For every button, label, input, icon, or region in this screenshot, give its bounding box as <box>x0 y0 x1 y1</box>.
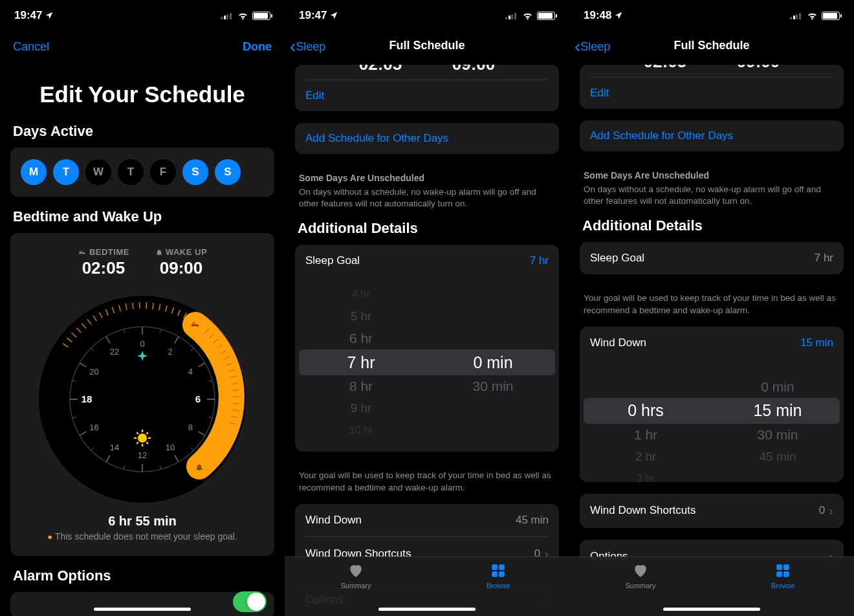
bedtime-card: BEDTIME 02:05 WAKE UP 09:00 024681012141… <box>10 233 274 556</box>
svg-rect-82 <box>492 571 498 577</box>
status-time: 19:48 <box>584 9 611 22</box>
svg-line-13 <box>133 303 133 309</box>
add-schedule-card: Add Schedule for Other Days <box>580 120 844 151</box>
bedtime-peek: 02:05 <box>359 65 402 74</box>
days-active-header: Days Active <box>0 123 285 140</box>
wind-down-card: Wind Down 15 min 0 min0 hrs15 min1 hr30 … <box>580 327 844 482</box>
additional-details-header: Additional Details <box>285 220 569 237</box>
sleep-goal-card: Sleep Goal 7 hr <box>580 242 844 274</box>
svg-text:2: 2 <box>168 347 172 357</box>
add-schedule-card: Add Schedule for Other Days <box>295 123 559 154</box>
svg-text:6: 6 <box>195 393 201 404</box>
sleep-goal-picker[interactable]: 4 hr5 hr6 hr7 hr0 min8 hr30 min9 hr10 hr <box>295 277 559 452</box>
wind-down-label: Wind Down <box>305 514 362 527</box>
day-4[interactable]: F <box>150 159 176 185</box>
add-schedule-button[interactable]: Add Schedule for Other Days <box>295 123 559 154</box>
add-schedule-button[interactable]: Add Schedule for Other Days <box>580 120 844 151</box>
svg-line-35 <box>232 390 239 391</box>
svg-text:8: 8 <box>188 423 193 432</box>
wifi-icon <box>237 10 248 21</box>
signal-icon <box>505 12 518 19</box>
alarm-options-card[interactable] <box>10 592 274 616</box>
signal-icon <box>790 12 803 19</box>
home-indicator[interactable] <box>378 608 476 611</box>
wind-down-row[interactable]: Wind Down 45 min <box>295 504 559 536</box>
grid-icon <box>774 562 792 579</box>
bedtime-peek: 02:05 <box>644 65 687 72</box>
back-button[interactable]: ‹Sleep <box>290 38 325 56</box>
cancel-button[interactable]: Cancel <box>13 40 49 54</box>
status-bar: 19:47 <box>285 0 569 31</box>
wifi-icon <box>807 10 818 21</box>
sleep-goal-value: 7 hr <box>815 252 833 265</box>
alarm-toggle[interactable] <box>233 591 267 612</box>
warning-icon: ● <box>47 532 52 542</box>
status-bar: 19:47 <box>0 0 285 31</box>
heart-icon <box>347 562 365 579</box>
schedule-card: 02:0509:00 Edit <box>580 65 844 109</box>
wifi-icon <box>522 10 533 21</box>
day-2[interactable]: W <box>85 159 111 185</box>
home-indicator[interactable] <box>94 608 191 611</box>
days-card: MTWTFSS <box>10 148 274 197</box>
wakeup-peek: 09:00 <box>737 65 780 72</box>
location-icon <box>329 11 338 20</box>
svg-rect-81 <box>499 564 505 570</box>
nav-title: Full Schedule <box>673 39 749 52</box>
svg-text:20: 20 <box>89 367 98 377</box>
status-bar: 19:48 <box>569 0 854 31</box>
shortcuts-value: 0 <box>819 504 825 517</box>
wakeup-peek: 09:00 <box>452 65 496 74</box>
sleep-goal-label: Sleep Goal <box>590 252 644 265</box>
tab-summary-label: Summary <box>340 582 371 589</box>
shortcuts-label: Wind Down Shortcuts <box>590 504 695 517</box>
additional-details-header: Additional Details <box>569 217 854 234</box>
wind-down-label: Wind Down <box>590 336 646 349</box>
bed-icon <box>78 248 87 256</box>
back-button[interactable]: ‹Sleep <box>575 38 610 56</box>
day-5[interactable]: S <box>182 159 208 185</box>
wind-down-shortcuts-row[interactable]: Wind Down Shortcuts 0› <box>580 494 844 528</box>
battery-icon <box>822 12 840 20</box>
chevron-left-icon: ‹ <box>290 38 296 56</box>
day-3[interactable]: T <box>118 159 144 185</box>
edit-button[interactable]: Edit <box>295 80 559 111</box>
svg-text:12: 12 <box>138 450 147 460</box>
duration-text: 6 hr 55 min <box>10 514 274 529</box>
sleep-goal-value: 7 hr <box>530 254 549 267</box>
day-1[interactable]: T <box>53 159 79 185</box>
goal-help-footnote: Your goal will be used to keep track of … <box>285 463 569 503</box>
chevron-right-icon: › <box>829 503 833 518</box>
tab-browse-label: Browse <box>771 582 795 589</box>
edit-button[interactable]: Edit <box>580 78 844 109</box>
status-time: 19:47 <box>14 9 42 22</box>
svg-text:4: 4 <box>188 367 193 377</box>
heart-icon <box>631 562 650 579</box>
bedtime-value: 02:05 <box>78 258 129 278</box>
navbar: Cancel Done <box>0 31 285 62</box>
status-time: 19:47 <box>299 9 327 22</box>
unscheduled-footnote: Some Days Are Unscheduled On days withou… <box>569 163 854 217</box>
warning-text: ●This schedule does not meet your sleep … <box>10 529 274 556</box>
svg-text:14: 14 <box>110 443 119 452</box>
home-indicator[interactable] <box>663 608 760 611</box>
wind-down-value: 15 min <box>800 336 833 349</box>
sleep-goal-card: Sleep Goal 7 hr 4 hr5 hr6 hr7 hr0 min8 h… <box>295 245 559 452</box>
bedtime-label: BEDTIME <box>89 247 129 257</box>
svg-text:16: 16 <box>89 423 98 432</box>
svg-text:0: 0 <box>140 339 144 349</box>
svg-text:22: 22 <box>110 347 119 357</box>
done-button[interactable]: Done <box>243 40 272 54</box>
wind-down-picker[interactable]: 0 min0 hrs15 min1 hr30 min2 hr45 min3 hr <box>580 359 844 482</box>
location-icon <box>45 11 54 20</box>
sleep-goal-row[interactable]: Sleep Goal 7 hr <box>295 245 559 277</box>
wind-down-row[interactable]: Wind Down 15 min <box>580 327 844 359</box>
day-6[interactable]: S <box>215 159 241 185</box>
sleep-dial[interactable]: 0246810121416182022 <box>36 292 249 506</box>
day-0[interactable]: M <box>21 159 47 185</box>
svg-rect-85 <box>783 564 789 570</box>
sleep-goal-row[interactable]: Sleep Goal 7 hr <box>580 242 844 274</box>
location-icon <box>614 11 623 20</box>
screen-edit-schedule: 19:47 Cancel Done Edit Your Schedule Day… <box>0 0 285 616</box>
tab-summary-label: Summary <box>625 582 655 589</box>
